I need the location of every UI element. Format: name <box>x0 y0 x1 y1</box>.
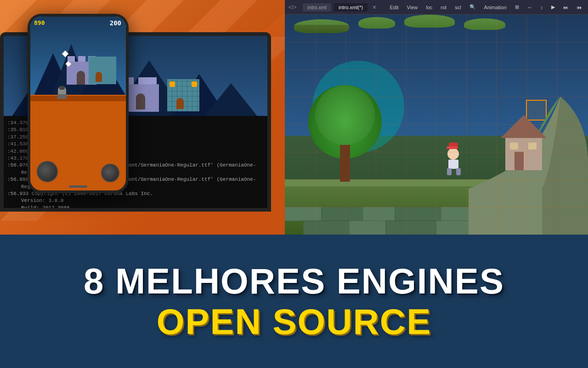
phone-home-indicator <box>69 185 87 188</box>
terminal-line-13: Build: 2017.3088 <box>7 205 264 208</box>
close-tab-icon[interactable]: ✕ <box>372 4 377 11</box>
phone-diamond1 <box>61 50 69 58</box>
loc-btn[interactable]: loc <box>423 4 435 11</box>
game-character-editor <box>446 148 461 177</box>
phone-diamond2 <box>65 60 72 68</box>
game-score: 200 <box>110 19 121 27</box>
right-cliff <box>469 97 588 235</box>
floating-island-3 <box>404 15 455 28</box>
title-line1: 8 MELHORES ENGINES <box>84 263 504 299</box>
search-btn[interactable]: 🔍 <box>467 3 479 11</box>
toolbar-icon3[interactable]: ↕ <box>538 4 546 11</box>
phone-frame: 890 200 <box>28 14 129 193</box>
tab-intro-xml[interactable]: intro.xml <box>303 3 331 12</box>
terminal-line-12: Version: 3.0.0 <box>7 197 264 204</box>
toolbar-icon2[interactable]: ↔ <box>525 4 535 11</box>
title-line2: OPEN SOURCE <box>157 304 431 339</box>
toolbar-icon1[interactable]: ⊞ <box>512 3 522 11</box>
animation-btn[interactable]: Animation <box>481 4 509 11</box>
cliff-svg <box>469 97 588 235</box>
phone-teal-building <box>89 57 116 84</box>
code-icon: </> <box>288 4 296 11</box>
svg-marker-40 <box>65 61 71 67</box>
floating-island-1 <box>294 19 349 33</box>
teal-building <box>167 79 199 111</box>
toolbar-end[interactable]: ⏮ <box>574 4 584 11</box>
view-btn[interactable]: View <box>404 4 421 11</box>
toolbar-skip[interactable]: ⏭ <box>560 4 571 11</box>
svg-rect-57 <box>510 143 518 150</box>
bottom-section: 8 MELHORES ENGINES OPEN SOURCE <box>0 235 588 368</box>
phone-action-btn <box>101 164 119 182</box>
svg-marker-39 <box>62 51 68 57</box>
coin-count: 890 <box>34 19 45 26</box>
main-container: :34.370 pic :35.010 pic :37.250 pic :41.… <box>0 0 588 368</box>
svg-rect-41 <box>285 207 322 221</box>
phone-character <box>57 84 67 97</box>
svg-rect-58 <box>528 143 537 150</box>
svg-rect-48 <box>303 221 349 235</box>
editor-canvas <box>285 15 588 235</box>
right-panel: </> intro.xml intro.xml(*) ✕ Edit View l… <box>285 0 588 235</box>
phone-power-btn <box>128 49 129 63</box>
top-section: :34.370 pic :35.010 pic :37.250 pic :41.… <box>0 0 588 235</box>
tab-intro-xml-active[interactable]: intro.xml(*) <box>334 3 368 12</box>
phone-volume-btn <box>28 53 28 72</box>
left-panel: :34.370 pic :35.010 pic :37.250 pic :41.… <box>0 0 299 235</box>
phone-screen: 890 200 <box>30 17 126 190</box>
phone-joystick <box>37 161 58 182</box>
floating-island-4 <box>464 18 505 30</box>
svg-rect-42 <box>322 207 363 221</box>
floating-island-2 <box>358 17 395 29</box>
editor-toolbar: </> intro.xml intro.xml(*) ✕ Edit View l… <box>285 0 588 15</box>
svg-rect-50 <box>386 221 436 235</box>
svg-marker-55 <box>501 115 547 138</box>
svg-rect-44 <box>395 207 441 221</box>
svg-rect-56 <box>514 152 524 170</box>
svg-rect-49 <box>349 221 386 235</box>
scl-btn[interactable]: scl <box>452 4 464 11</box>
tree <box>340 145 350 182</box>
edit-btn[interactable]: Edit <box>387 4 401 11</box>
toolbar-play[interactable]: ▶ <box>548 3 558 11</box>
rot-btn[interactable]: rot <box>438 4 449 11</box>
svg-rect-43 <box>363 207 395 221</box>
